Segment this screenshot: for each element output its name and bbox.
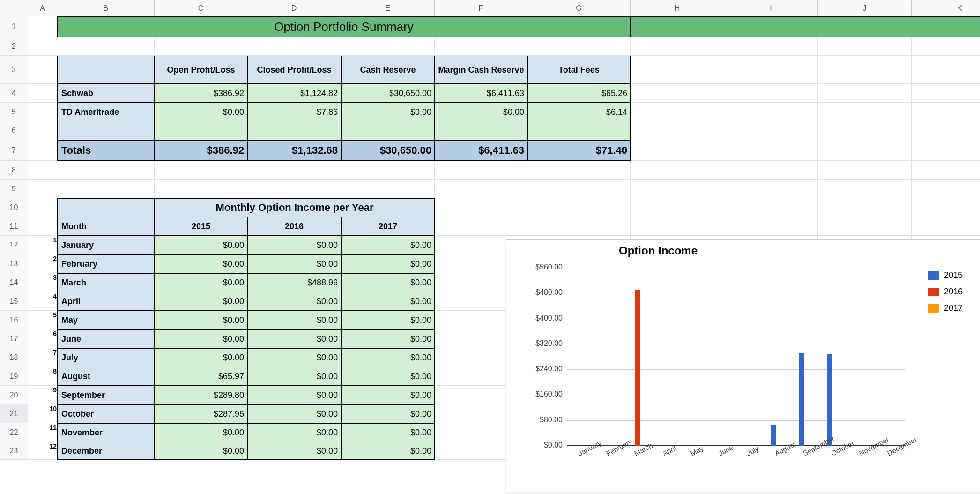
row-header-12[interactable]: 12	[0, 236, 28, 254]
summary-cell-0-4: $65.26	[527, 84, 631, 103]
month-index-5: 6	[45, 330, 57, 337]
row-header-3[interactable]: 3	[0, 56, 28, 84]
month-label-9: October10	[57, 404, 155, 423]
monthly-header-0: Month	[57, 217, 155, 236]
summary-row-label-1: TD Ameritrade	[57, 103, 155, 121]
row-header-23[interactable]: 23	[0, 442, 28, 460]
summary-total-4: $71.40	[527, 140, 631, 161]
cell-row2-1[interactable]	[57, 37, 155, 56]
row-header-1[interactable]: 1	[0, 16, 28, 37]
select-all-corner[interactable]	[0, 0, 28, 16]
x-tick-3: April	[661, 444, 677, 457]
month-cell-7-1: $0.00	[247, 367, 341, 386]
month-cell-9-0: $287.95	[155, 404, 247, 423]
column-header-F[interactable]: F	[435, 0, 527, 16]
legend-item-2017: 2017	[928, 303, 963, 313]
month-cell-2-2: $0.00	[341, 273, 435, 292]
month-cell-11-1: $0.00	[247, 442, 341, 460]
cell-row2-9[interactable]	[818, 37, 912, 56]
cell-row2-10[interactable]	[912, 37, 980, 56]
month-cell-9-2: $0.00	[341, 404, 435, 423]
bar-2015-October	[827, 354, 832, 446]
cell-row2-6[interactable]	[527, 37, 631, 56]
row-header-7[interactable]: 7	[0, 140, 28, 161]
month-cell-2-0: $0.00	[155, 273, 247, 292]
summary-total-2: $30,650.00	[341, 140, 435, 161]
x-tick-6: July	[745, 444, 760, 457]
row-header-16[interactable]: 16	[0, 311, 28, 329]
month-cell-9-1: $0.00	[247, 404, 341, 423]
month-index-1: 2	[45, 255, 57, 262]
column-header-C[interactable]: C	[155, 0, 247, 16]
month-index-8: 9	[45, 386, 57, 394]
column-header-I[interactable]: I	[724, 0, 818, 16]
row-header-5[interactable]: 5	[0, 103, 28, 121]
month-cell-1-0: $0.00	[155, 254, 247, 273]
row-header-14[interactable]: 14	[0, 273, 28, 292]
summary-cell-0-3: $6,411.63	[435, 84, 527, 103]
summary-cell-1-4: $6.14	[527, 103, 631, 121]
month-index-7: 8	[45, 367, 57, 375]
legend-swatch-2016	[928, 288, 939, 296]
row-header-18[interactable]: 18	[0, 348, 28, 367]
summary-header-5: Total Fees	[527, 56, 631, 84]
row-header-15[interactable]: 15	[0, 292, 28, 311]
summary-header-blank	[57, 56, 155, 84]
summary-header-3: Cash Reserve	[341, 56, 435, 84]
summary-cell-1-0: $0.00	[155, 103, 247, 121]
summary-cell-0-0: $386.92	[155, 84, 247, 103]
row-header-10[interactable]: 10	[0, 198, 28, 217]
cell-row2-0[interactable]	[28, 37, 57, 56]
summary-total-0: $386.92	[155, 140, 247, 161]
month-cell-10-2: $0.00	[341, 423, 435, 442]
row-header-22[interactable]: 22	[0, 423, 28, 442]
cell-row2-4[interactable]	[341, 37, 435, 56]
cell-row2-5[interactable]	[435, 37, 527, 56]
row-header-11[interactable]: 11	[0, 217, 28, 236]
summary-cell-1-1: $7.86	[247, 103, 341, 121]
month-cell-5-2: $0.00	[341, 329, 435, 348]
legend-item-2016: 2016	[928, 287, 963, 297]
month-label-6: July7	[57, 348, 155, 367]
row-header-9[interactable]: 9	[0, 180, 28, 198]
bar-2016-March	[635, 290, 640, 446]
summary-cell-1-3: $0.00	[435, 103, 527, 121]
summary-header-4: Margin Cash Reserve	[435, 56, 527, 84]
row-header-4[interactable]: 4	[0, 84, 28, 103]
month-index-11: 12	[45, 442, 57, 450]
row-header-2[interactable]: 2	[0, 37, 28, 56]
summary-cell-0-2: $30,650.00	[341, 84, 435, 103]
cell-A1[interactable]	[28, 16, 57, 37]
row-header-19[interactable]: 19	[0, 367, 28, 386]
row-header-17[interactable]: 17	[0, 329, 28, 348]
chart-option-income[interactable]: Option Income 201520162017 $0.00$80.00$1…	[506, 239, 980, 492]
column-header-D[interactable]: D	[247, 0, 341, 16]
column-header-B[interactable]: B	[57, 0, 155, 16]
monthly-title: Monthly Option Income per Year	[155, 198, 435, 217]
row-header-21[interactable]: 21	[0, 404, 28, 423]
month-label-2: March3	[57, 273, 155, 292]
month-cell-4-1: $0.00	[247, 311, 341, 329]
month-cell-3-2: $0.00	[341, 292, 435, 311]
cell-row2-3[interactable]	[247, 37, 341, 56]
column-header-E[interactable]: E	[341, 0, 435, 16]
month-cell-5-0: $0.00	[155, 329, 247, 348]
legend-item-2015: 2015	[928, 270, 963, 280]
column-header-G[interactable]: G	[527, 0, 631, 16]
cell-row2-7[interactable]	[631, 37, 724, 56]
row-header-13[interactable]: 13	[0, 254, 28, 273]
cell-row2-8[interactable]	[724, 37, 818, 56]
month-label-3: April4	[57, 292, 155, 311]
month-cell-7-2: $0.00	[341, 367, 435, 386]
column-header-A[interactable]: A	[28, 0, 57, 16]
row-header-20[interactable]: 20	[0, 386, 28, 404]
y-tick-2: $160.00	[520, 390, 563, 398]
row-header-6[interactable]: 6	[0, 121, 28, 140]
chart-legend: 201520162017	[928, 270, 963, 320]
column-header-H[interactable]: H	[631, 0, 724, 16]
column-header-K[interactable]: K	[912, 0, 980, 16]
month-label-8: September9	[57, 386, 155, 404]
row-header-8[interactable]: 8	[0, 161, 28, 180]
column-header-J[interactable]: J	[818, 0, 912, 16]
cell-row2-2[interactable]	[155, 37, 247, 56]
